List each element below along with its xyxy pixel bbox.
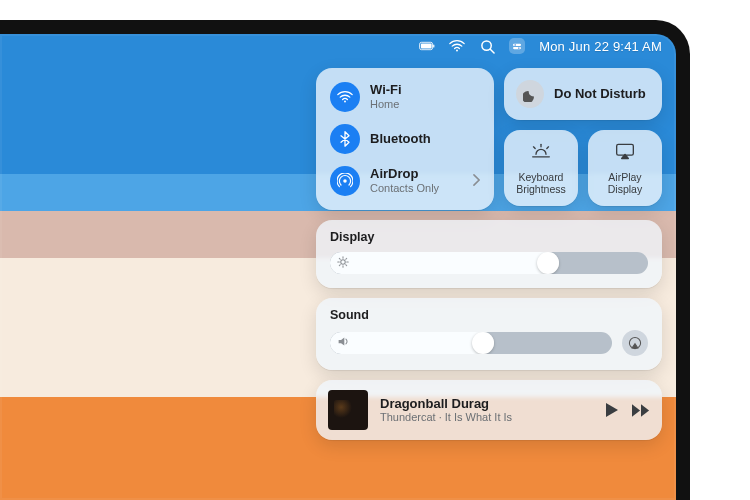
airdrop-title: AirDrop [370,167,439,182]
control-center-menubar-icon[interactable] [509,38,525,54]
sound-header: Sound [330,308,648,322]
do-not-disturb-card[interactable]: Do Not Disturb [504,68,662,120]
svg-rect-7 [513,46,521,48]
play-button[interactable] [606,403,618,417]
airplay-display-card[interactable]: AirPlay Display [588,130,662,206]
screenshot-frame: Mon Jun 22 9:41 AM [0,0,750,500]
airdrop-subtitle: Contacts Only [370,182,439,195]
sun-icon [337,254,349,272]
wifi-icon [330,82,360,112]
keyboard-brightness-label: Keyboard Brightness [508,171,574,195]
now-playing-subtitle: Thundercat · It Is What It Is [380,411,594,424]
airdrop-icon [330,166,360,196]
battery-icon[interactable] [419,38,435,54]
sound-volume-slider[interactable] [330,332,612,354]
moon-icon [516,80,544,108]
svg-point-6 [514,44,516,46]
svg-rect-5 [513,43,521,45]
bluetooth-icon [330,124,360,154]
wifi-row[interactable]: Wi-Fi Home [326,78,486,116]
network-card: Wi-Fi Home Bluetooth [316,68,494,210]
airplay-display-label: AirPlay Display [592,171,658,195]
dnd-title: Do Not Disturb [554,87,646,102]
chevron-right-icon [473,172,480,190]
speaker-icon [337,334,350,352]
control-center-panel: Wi-Fi Home Bluetooth [316,68,662,440]
display-card: Display [316,220,662,288]
now-playing-card[interactable]: Dragonball Durag Thundercat · It Is What… [316,380,662,440]
bluetooth-row[interactable]: Bluetooth [326,120,486,158]
display-brightness-slider[interactable] [330,252,648,274]
airplay-icon [615,141,635,165]
svg-rect-11 [617,144,634,155]
menu-bar: Mon Jun 22 9:41 AM [0,34,676,58]
airdrop-row[interactable]: AirDrop Contacts Only [326,162,486,200]
menubar-datetime[interactable]: Mon Jun 22 9:41 AM [539,39,662,54]
keyboard-brightness-card[interactable]: Keyboard Brightness [504,130,578,206]
display-header: Display [330,230,648,244]
spotlight-search-icon[interactable] [479,38,495,54]
wifi-title: Wi-Fi [370,83,402,98]
next-track-button[interactable] [632,404,650,417]
svg-point-8 [518,47,520,49]
bluetooth-title: Bluetooth [370,132,431,147]
svg-point-9 [344,101,346,103]
svg-point-3 [456,50,458,52]
svg-rect-2 [433,44,434,47]
album-art [328,390,368,430]
wifi-status-icon[interactable] [449,38,465,54]
svg-point-12 [341,260,346,265]
svg-rect-1 [421,44,432,49]
sound-card: Sound [316,298,662,370]
now-playing-title: Dragonball Durag [380,396,594,412]
keyboard-brightness-icon [531,141,551,165]
sound-output-button[interactable] [622,330,648,356]
svg-point-10 [343,179,347,183]
display-bezel: Mon Jun 22 9:41 AM [0,20,690,500]
wifi-subtitle: Home [370,98,402,111]
